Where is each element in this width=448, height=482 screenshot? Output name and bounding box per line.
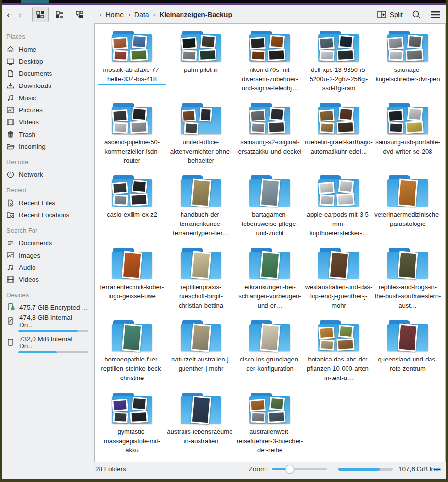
places-panel: PlacesHomeDesktopDocumentsDownloadsMusic… — [2, 24, 93, 462]
folder-item[interactable]: terrarientechnik-kober-ingo-geissel-uwe — [98, 248, 166, 320]
sidebar-item-videos[interactable]: Videos — [2, 274, 93, 286]
folder-item[interactable]: spionage-kugelschreiber-dvr-pen — [373, 31, 442, 103]
folder-icon — [249, 31, 290, 62]
folder-item[interactable]: cisco-ios-grundlagen-der-konfiguration — [235, 320, 304, 393]
sidebar-item-audio[interactable]: Audio — [2, 261, 93, 274]
folder-item[interactable]: westaustralien-und-das-top-end-j-guenthe… — [304, 248, 373, 320]
search-button[interactable] — [412, 10, 421, 19]
sidebar-item-music[interactable]: Music — [2, 92, 93, 104]
folder-item[interactable]: erkrankungen-bei-schlangen-vorbeugen-und… — [235, 248, 304, 320]
folder-name: samsung-s2-original-ersatzakku-und-decke… — [236, 138, 304, 156]
sidebar-item-desktop[interactable]: Desktop — [2, 55, 93, 68]
folder-name: gymtastic-massagepistole-mit-akku — [98, 427, 166, 455]
folder-icon — [318, 320, 359, 351]
photo-thumbnail — [336, 338, 354, 351]
photo-thumbnail — [132, 107, 147, 121]
folder-item[interactable]: apple-earpods-mit-3-5-mm-kopfhoerersteck… — [304, 175, 373, 248]
folder-item[interactable]: ascend-pipeline-50-kommerzieller-isdn-ro… — [98, 103, 166, 175]
music-icon — [6, 263, 15, 272]
free-space-label: 107,6 GiB free — [398, 465, 441, 473]
folder-item[interactable]: naturzeit-australien-j-guenther-j-mohr — [166, 320, 235, 393]
forward-button[interactable]: › ˆ — [17, 9, 24, 20]
sidebar-item-recent-locations[interactable]: Recent Locations — [2, 209, 93, 221]
photo-thumbnail — [132, 35, 147, 49]
folder-name: reptilienpraxis-rueschoff-birgit-christi… — [167, 282, 235, 310]
sidebar-item-pictures[interactable]: Pictures — [2, 104, 93, 116]
search-icon — [412, 10, 421, 19]
sidebar-item-474-8-gib-internal-dri[interactable]: 474,8 GiB Internal Dri… — [2, 313, 93, 334]
folder-item[interactable]: reptiles-and-frogs-in-the-bush-southwest… — [373, 248, 442, 320]
folder-name: erkrankungen-bei-schlangen-vorbeugen-und… — [236, 282, 304, 310]
sidebar-item-incoming[interactable]: Incoming — [2, 140, 93, 153]
folder-item[interactable]: nikon-d70s-mit-diversem-zubehoer-und-sig… — [235, 31, 304, 103]
folder-item[interactable]: queensland-und-das-rote-zentrum — [373, 320, 442, 393]
details-view-button[interactable] — [51, 7, 68, 22]
folder-item[interactable]: veterinaermedizinische-parasitologie — [373, 175, 442, 248]
folder-item[interactable]: mosaik-abrafaxe-77-hefte-334-bis-418 — [98, 31, 166, 103]
folder-item[interactable]: samsung-s2-original-ersatzakku-und-decke… — [235, 103, 304, 175]
folder-view: mosaik-abrafaxe-77-hefte-334-bis-418palm… — [94, 23, 446, 462]
folder-item[interactable]: australis-lebensraeume-in-australien — [166, 393, 235, 462]
sidebar-item-label: Documents — [19, 240, 52, 247]
folder-item[interactable]: botanica-das-abc-der-pflanzen-10-000-art… — [304, 320, 373, 393]
drive-icon — [6, 338, 15, 347]
sidebar-item-images[interactable]: Images — [2, 249, 93, 261]
back-button[interactable]: ‹ ˆ — [6, 9, 13, 20]
sidebar-item-network[interactable]: Network — [2, 169, 93, 181]
photo-thumbnail — [130, 411, 148, 423]
sidebar-item-732-0-mib-internal-dri[interactable]: 732,0 MiB Internal Dri… — [2, 334, 93, 356]
chevron-right-icon: › — [18, 11, 21, 18]
folder-icon — [181, 31, 221, 62]
sidebar-item-downloads[interactable]: Downloads — [2, 80, 93, 92]
folder-name: reptiles-and-frogs-in-the-bush-southwest… — [374, 282, 442, 310]
sidebar-item-recent-files[interactable]: Recent Files — [2, 197, 93, 209]
sidebar-item-home[interactable]: Home — [2, 43, 93, 55]
folder-item[interactable]: australienwelt-reisefuehrer-3-buecher-de… — [235, 393, 304, 462]
photo-thumbnail — [269, 397, 285, 411]
device-usage-bar — [18, 351, 88, 353]
folder-item[interactable]: palm-pilot-iii — [166, 31, 235, 103]
folder-item[interactable]: samsung-usb-portable-dvd-writer-se-208 — [373, 103, 442, 175]
photo-thumbnail — [398, 251, 418, 279]
folder-item[interactable]: reptilienpraxis-rueschoff-birgit-christi… — [166, 248, 235, 320]
folder-item[interactable]: dell-xps-13-9350-i5-5200u-2-2ghz-256gi-s… — [304, 31, 373, 103]
zoom-slider-handle[interactable] — [285, 465, 294, 474]
folder-name: casio-exilim-ex-z2 — [98, 210, 166, 219]
photo-thumbnail — [318, 37, 335, 50]
zoom-slider[interactable] — [272, 468, 327, 470]
sidebar-item-label: Documents — [19, 70, 52, 77]
sidebar-item-videos[interactable]: Videos — [2, 116, 93, 128]
sidebar-item-label: Music — [19, 94, 36, 102]
folder-item[interactable]: bartagamen-lebensweise-pflege-und-zucht — [235, 175, 304, 248]
folder-name: veterinaermedizinische-parasitologie — [374, 210, 442, 228]
folder-item[interactable]: homoeopathie-fuer-reptilien-steinke-beck… — [98, 320, 166, 393]
sidebar-item-trash[interactable]: Trash — [2, 128, 93, 140]
sidebar-item-475-7-gib-encrypted[interactable]: 475,7 GiB Encrypted … — [2, 302, 93, 313]
folder-item[interactable]: united-office-aktenvernichter-ohne-behae… — [166, 103, 235, 175]
breadcrumb: ›Home›Data›Kleinanzeigen-Backup — [95, 11, 232, 18]
photo-thumbnail — [267, 121, 285, 134]
folder-item[interactable]: handbuch-der-terrarienkunde-terrarientyp… — [166, 175, 235, 248]
split-button[interactable]: Split — [377, 11, 403, 18]
sidebar-item-documents[interactable]: Documents — [2, 68, 93, 80]
folder-item[interactable]: casio-exilim-ex-z2 — [98, 175, 166, 248]
toolbar-separator — [28, 8, 28, 21]
photo-thumbnail — [113, 412, 128, 423]
sidebar-item-label: Network — [19, 171, 43, 178]
sidebar-item-label: Trash — [19, 131, 35, 138]
folder-name: ascend-pipeline-50-kommerzieller-isdn-ro… — [98, 138, 166, 165]
photo-thumbnail — [249, 37, 266, 50]
folder-name: spionage-kugelschreiber-dvr-pen — [374, 65, 442, 84]
menu-button[interactable] — [430, 11, 441, 18]
folder-item[interactable]: gymtastic-massagepistole-mit-akku — [98, 393, 166, 462]
icons-view-button[interactable] — [32, 7, 49, 22]
folder-name: homoeopathie-fuer-reptilien-steinke-beck… — [98, 355, 166, 382]
doc-lines-icon — [6, 239, 15, 247]
sidebar-item-documents[interactable]: Documents — [2, 237, 93, 249]
breadcrumb-item[interactable]: Kleinanzeigen-Backup — [160, 11, 232, 18]
breadcrumb-item[interactable]: Data — [134, 11, 149, 18]
folder-item[interactable]: roebelin-graef-karthago-automatikuhr-ede… — [304, 103, 373, 175]
film-icon — [6, 275, 15, 284]
breadcrumb-item[interactable]: Home — [106, 11, 124, 18]
tree-view-button[interactable] — [71, 7, 87, 22]
